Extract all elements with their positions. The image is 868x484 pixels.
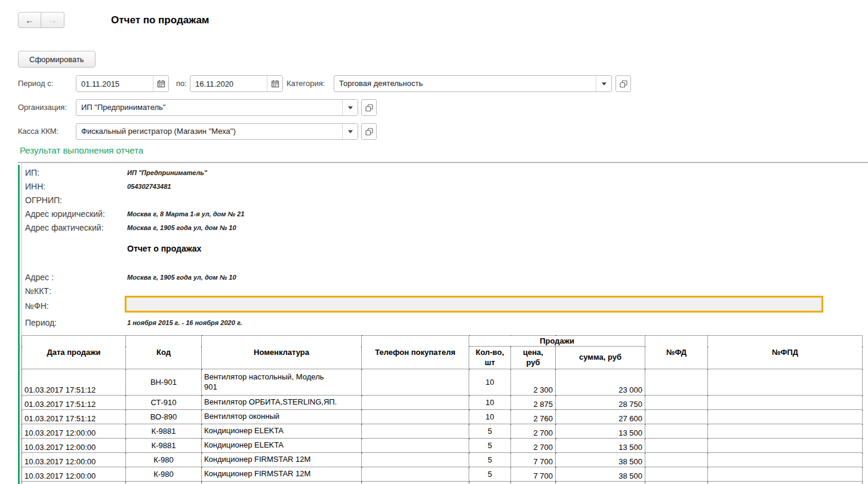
cell-phone[interactable] — [362, 369, 469, 396]
cell-phone[interactable] — [362, 467, 469, 482]
cell-name[interactable]: Вентилятор настольный, Модель 901 — [202, 369, 362, 396]
cell-qty[interactable]: 5 — [469, 467, 511, 482]
cell-qty[interactable]: 5 — [469, 453, 511, 467]
cell-fpd[interactable] — [708, 453, 863, 467]
cell-name[interactable]: Кондиционер ELEKTA — [202, 439, 362, 453]
kkm-combo[interactable]: Фискальный регистратор (Магазин "Меха") — [76, 123, 358, 140]
cell-phone[interactable] — [362, 453, 469, 467]
category-open-button[interactable] — [615, 75, 631, 92]
info-value[interactable]: 054302743481 — [127, 183, 171, 190]
col-header-name[interactable]: Номенклатура — [202, 336, 362, 369]
cell-fd[interactable] — [645, 482, 708, 484]
info-label[interactable]: ОГРНИП: — [25, 195, 127, 205]
cell-price[interactable]: 7 700 — [511, 467, 556, 482]
detail-label[interactable]: Период: — [25, 318, 127, 327]
category-dropdown-button[interactable] — [596, 76, 611, 91]
generate-button[interactable]: Сформировать — [18, 51, 96, 68]
col-header-fd[interactable]: №ФД — [645, 336, 708, 369]
cell-sum[interactable]: 38 500 — [556, 453, 645, 467]
cell-fd[interactable] — [645, 369, 708, 396]
cell-price[interactable]: 2 760 — [511, 410, 556, 424]
detail-label[interactable]: Адрес : — [25, 272, 127, 282]
cell-name[interactable] — [202, 482, 362, 484]
info-value[interactable]: Москва г, 1905 года ул, дом № 10 — [127, 224, 236, 231]
cell-fpd[interactable] — [708, 482, 863, 484]
info-label[interactable]: Адрес фактический: — [25, 223, 127, 232]
info-label[interactable]: ИП: — [25, 168, 127, 177]
cell-sum[interactable]: 27 600 — [556, 410, 645, 424]
cell-qty[interactable]: 5 — [469, 439, 511, 453]
cell-code[interactable]: СТ-910 — [126, 396, 202, 410]
detail-value[interactable]: 1 ноября 2015 г. - 16 ноября 2020 г. — [127, 319, 242, 326]
period-from-input[interactable] — [76, 76, 153, 91]
cell-price[interactable]: 2 700 — [511, 439, 556, 453]
cell-price[interactable]: 2 875 — [511, 396, 556, 410]
cell-fd[interactable] — [645, 453, 708, 467]
cell-sum[interactable]: 23 000 — [556, 369, 645, 396]
organization-combo[interactable]: ИП "Предприниматель" — [76, 99, 358, 116]
cell-sum[interactable] — [556, 482, 645, 484]
cell-fpd[interactable] — [708, 439, 863, 453]
cell-name[interactable]: Кондиционер ELEKTA — [202, 424, 362, 439]
detail-label[interactable]: №ФН: — [25, 301, 127, 311]
category-combo[interactable]: Торговая деятельность — [334, 75, 612, 92]
cell-date[interactable] — [22, 482, 126, 484]
col-header-fpd[interactable]: №ФПД — [708, 336, 863, 369]
col-header-price[interactable]: цена, руб — [511, 347, 556, 369]
cell-code[interactable]: ВО-890 — [126, 410, 202, 424]
col-header-qty[interactable]: Кол-во, шт — [469, 347, 511, 369]
cell-date[interactable]: 10.03.2017 12:00:00 — [22, 453, 126, 467]
cell-name[interactable]: Вентилятор оконный — [202, 410, 362, 424]
cell-fpd[interactable] — [708, 424, 863, 439]
kkm-open-button[interactable] — [361, 123, 377, 140]
cell-sum[interactable]: 28 750 — [556, 396, 645, 410]
report-title[interactable]: Отчет о продажах — [127, 244, 201, 253]
info-value[interactable]: ИП "Предприниматель" — [127, 169, 207, 176]
fn-number-cell-selected[interactable] — [125, 296, 823, 312]
cell-date[interactable]: 10.03.2017 12:00:00 — [22, 439, 126, 453]
organization-open-button[interactable] — [361, 99, 377, 116]
cell-code[interactable]: К-9881 — [126, 439, 202, 453]
cell-code[interactable]: ВН-901 — [126, 369, 202, 396]
cell-date[interactable]: 10.03.2017 12:00:00 — [22, 467, 126, 482]
period-to-input[interactable] — [190, 76, 267, 91]
col-header-code[interactable]: Код — [126, 336, 202, 369]
col-header-sum[interactable]: сумма, руб — [556, 347, 645, 369]
cell-name[interactable]: Кондиционер FIRMSTAR 12M — [202, 467, 362, 482]
info-value[interactable]: Москва г, 8 Марта 1-я ул, дом № 21 — [127, 210, 244, 218]
cell-price[interactable]: 7 700 — [511, 453, 556, 467]
cell-fd[interactable] — [645, 410, 708, 424]
cell-price[interactable] — [511, 482, 556, 484]
cell-sum[interactable]: 38 500 — [556, 467, 645, 482]
cell-date[interactable]: 01.03.2017 17:51:12 — [22, 410, 126, 424]
col-header-date[interactable]: Дата продажи — [22, 336, 126, 369]
cell-code[interactable] — [126, 482, 202, 484]
cell-fpd[interactable] — [708, 369, 863, 396]
cell-qty[interactable]: 10 — [469, 410, 511, 424]
cell-phone[interactable] — [362, 424, 469, 439]
col-header-sales-group[interactable]: Продажи — [469, 336, 645, 347]
kkm-dropdown-button[interactable] — [342, 124, 358, 139]
cell-sum[interactable]: 13 500 — [556, 439, 645, 453]
cell-fd[interactable] — [645, 424, 708, 439]
cell-fpd[interactable] — [708, 410, 863, 424]
cell-fpd[interactable] — [708, 396, 863, 410]
cell-qty[interactable]: 5 — [469, 424, 511, 439]
cell-phone[interactable] — [362, 396, 469, 410]
cell-fd[interactable] — [645, 396, 708, 410]
cell-qty[interactable]: 10 — [469, 396, 511, 410]
cell-price[interactable]: 2 700 — [511, 424, 556, 439]
period-to-calendar-button[interactable] — [267, 76, 282, 91]
detail-value[interactable]: Москва г, 1905 года ул, дом № 10 — [127, 274, 236, 281]
forward-button[interactable]: → — [41, 12, 64, 28]
cell-name[interactable]: Кондиционер FIRMSTAR 12M — [202, 453, 362, 467]
cell-fd[interactable] — [645, 439, 708, 453]
cell-code[interactable]: К-980 — [126, 467, 202, 482]
period-from-calendar-button[interactable] — [153, 76, 168, 91]
cell-date[interactable]: 01.03.2017 17:51:12 — [22, 396, 126, 410]
cell-name[interactable]: Вентилятор ОРБИТА,STERLING,ЯП. — [202, 396, 362, 410]
cell-date[interactable]: 01.03.2017 17:51:12 — [22, 369, 126, 396]
col-header-phone[interactable]: Телефон покупателя — [362, 336, 469, 369]
info-label[interactable]: Адрес юридический: — [25, 209, 127, 219]
cell-date[interactable]: 10.03.2017 12:00:00 — [22, 424, 126, 439]
